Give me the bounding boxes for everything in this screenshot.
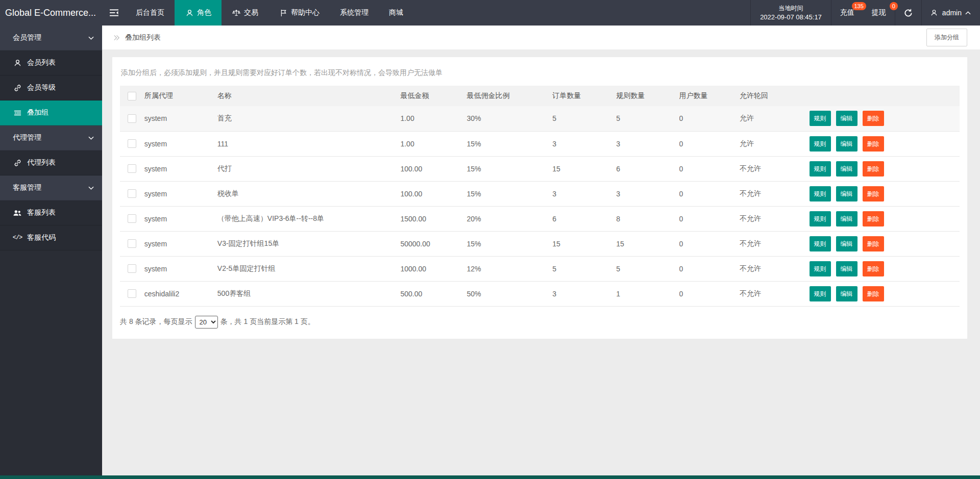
delete-button[interactable]: 删除 bbox=[863, 161, 884, 177]
pagination: 共 8 条记录，每页显示 20 条，共 1 页当前显示第 1 页。 bbox=[120, 307, 960, 329]
sidebar-item-label: 叠加组 bbox=[27, 108, 48, 117]
rule-button[interactable]: 规则 bbox=[810, 161, 831, 177]
nav-label: 帮助中心 bbox=[291, 8, 320, 17]
sidebar-group-support[interactable]: 客服管理 bbox=[0, 175, 102, 200]
rule-button[interactable]: 规则 bbox=[810, 111, 831, 126]
delete-button[interactable]: 删除 bbox=[863, 186, 884, 201]
table-row: system（带他上高速）VIP3-6单--转--8单1500.0020%680… bbox=[120, 206, 960, 231]
cell-min_amount: 100.00 bbox=[400, 181, 467, 206]
row-actions: 规则编辑删除 bbox=[810, 181, 960, 206]
cell-min_amount: 1000.00 bbox=[400, 256, 467, 281]
page-size-select[interactable]: 20 bbox=[195, 316, 218, 329]
delete-button[interactable]: 删除 bbox=[863, 136, 884, 152]
nav-label: 角色 bbox=[197, 8, 211, 17]
rule-button[interactable]: 规则 bbox=[810, 236, 831, 251]
table-row: ceshidalili2500养客组500.0050%310不允许规则编辑删除 bbox=[120, 281, 960, 306]
cell-orders: 5 bbox=[552, 256, 616, 281]
recharge-button[interactable]: 充值 135 bbox=[831, 0, 863, 26]
cell-orders: 15 bbox=[552, 156, 616, 181]
sidebar-group-label: 客服管理 bbox=[13, 183, 41, 192]
edit-button[interactable]: 编辑 bbox=[836, 211, 857, 226]
edit-button[interactable]: 编辑 bbox=[836, 111, 857, 126]
rule-button[interactable]: 规则 bbox=[810, 186, 831, 201]
cell-loop: 不允许 bbox=[740, 181, 810, 206]
refresh-button[interactable] bbox=[895, 0, 921, 26]
select-all-checkbox[interactable] bbox=[128, 92, 136, 100]
collapse-menu-icon[interactable] bbox=[102, 0, 126, 26]
row-checkbox[interactable] bbox=[128, 164, 136, 173]
sidebar-item-member-list[interactable]: 会员列表 bbox=[0, 51, 102, 75]
table-header-row: 所属代理 名称 最低金额 最低佣金比例 订单数量 规则数量 用户数量 允许轮回 bbox=[120, 86, 960, 106]
nav-label: 后台首页 bbox=[136, 8, 164, 17]
withdraw-label: 提现 bbox=[872, 8, 886, 17]
col-min-commission: 最低佣金比例 bbox=[467, 86, 552, 106]
sidebar-item-agent-list[interactable]: 代理列表 bbox=[0, 150, 102, 175]
edit-button[interactable]: 编辑 bbox=[836, 136, 857, 152]
table-row: system代打100.0015%1560不允许规则编辑删除 bbox=[120, 156, 960, 181]
table-card: 添加分组后，必须添加规则，并且规则需要对应好订单个数，若出现不对称情况，会导致用… bbox=[112, 57, 967, 339]
row-select-cell bbox=[120, 181, 144, 206]
nav-item-system[interactable]: 系统管理 bbox=[330, 0, 379, 26]
withdraw-button[interactable]: 提现 0 bbox=[863, 0, 895, 26]
table-body: system首充1.0030%550允许规则编辑删除system1111.001… bbox=[120, 106, 960, 306]
sidebar-item-support-list[interactable]: 客服列表 bbox=[0, 200, 102, 225]
row-select-cell bbox=[120, 206, 144, 231]
cell-name: 111 bbox=[217, 131, 401, 156]
row-select-cell bbox=[120, 256, 144, 281]
nav-item-help-center[interactable]: 帮助中心 bbox=[268, 0, 330, 26]
sidebar-group-members[interactable]: 会员管理 bbox=[0, 26, 102, 51]
cell-min_commission: 15% bbox=[467, 231, 552, 256]
cell-name: 代打 bbox=[217, 156, 401, 181]
edit-button[interactable]: 编辑 bbox=[836, 161, 857, 177]
edit-button[interactable]: 编辑 bbox=[836, 261, 857, 276]
cell-agent: system bbox=[144, 181, 217, 206]
rule-button[interactable]: 规则 bbox=[810, 211, 831, 226]
sidebar-item-member-level[interactable]: 会员等级 bbox=[0, 75, 102, 100]
col-agent: 所属代理 bbox=[144, 86, 217, 106]
nav-item-dashboard[interactable]: 后台首页 bbox=[126, 0, 175, 26]
cell-orders: 3 bbox=[552, 181, 616, 206]
cell-rules: 6 bbox=[616, 156, 679, 181]
row-checkbox[interactable] bbox=[128, 289, 136, 298]
sidebar-item-stack-group[interactable]: 叠加组 bbox=[0, 100, 102, 125]
cell-min_amount: 100.00 bbox=[400, 156, 467, 181]
delete-button[interactable]: 删除 bbox=[863, 236, 884, 251]
nav-item-trade[interactable]: 交易 bbox=[222, 0, 268, 26]
sidebar-item-label: 代理列表 bbox=[27, 158, 56, 167]
scales-icon bbox=[232, 9, 241, 17]
col-actions bbox=[810, 86, 960, 106]
edit-button[interactable]: 编辑 bbox=[836, 186, 857, 201]
row-checkbox[interactable] bbox=[128, 139, 136, 148]
rule-button[interactable]: 规则 bbox=[810, 286, 831, 301]
cell-min_amount: 1.00 bbox=[400, 131, 467, 156]
add-group-button[interactable]: 添加分组 bbox=[926, 29, 967, 46]
sidebar-item-label: 会员列表 bbox=[27, 58, 56, 67]
col-orders: 订单数量 bbox=[552, 86, 616, 106]
delete-button[interactable]: 删除 bbox=[863, 261, 884, 276]
edit-button[interactable]: 编辑 bbox=[836, 286, 857, 301]
edit-button[interactable]: 编辑 bbox=[836, 236, 857, 251]
delete-button[interactable]: 删除 bbox=[863, 286, 884, 301]
row-checkbox[interactable] bbox=[128, 189, 136, 198]
table-row: system首充1.0030%550允许规则编辑删除 bbox=[120, 106, 960, 131]
nav-item-mall[interactable]: 商城 bbox=[379, 0, 413, 26]
table-row: systemV2-5单固定打针组1000.0012%550不允许规则编辑删除 bbox=[120, 256, 960, 281]
rule-button[interactable]: 规则 bbox=[810, 261, 831, 276]
rule-button[interactable]: 规则 bbox=[810, 136, 831, 152]
delete-button[interactable]: 删除 bbox=[863, 211, 884, 226]
row-checkbox[interactable] bbox=[128, 239, 136, 248]
delete-button[interactable]: 删除 bbox=[863, 111, 884, 126]
withdraw-badge: 0 bbox=[890, 2, 898, 10]
row-checkbox[interactable] bbox=[128, 214, 136, 223]
user-menu[interactable]: admin bbox=[921, 0, 980, 26]
col-users: 用户数量 bbox=[679, 86, 740, 106]
cell-min_amount: 50000.00 bbox=[400, 231, 467, 256]
sidebar-item-support-code[interactable]: </> 客服代码 bbox=[0, 225, 102, 250]
row-select-cell bbox=[120, 281, 144, 306]
row-checkbox[interactable] bbox=[128, 264, 136, 273]
row-checkbox[interactable] bbox=[128, 114, 136, 123]
cell-name: 税收单 bbox=[217, 181, 401, 206]
sidebar-group-agents[interactable]: 代理管理 bbox=[0, 125, 102, 150]
nav-label: 交易 bbox=[244, 8, 258, 17]
nav-item-roles[interactable]: 角色 bbox=[175, 0, 222, 26]
